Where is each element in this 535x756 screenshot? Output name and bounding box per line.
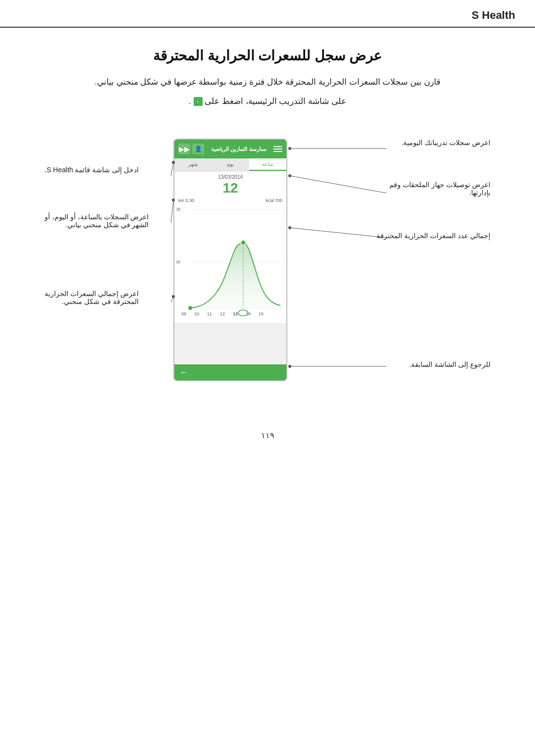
tab-month[interactable]: شهر [174, 158, 212, 171]
stat-left: 700 kcal [266, 198, 282, 203]
svg-text:12: 12 [220, 311, 225, 316]
annotation-shealth-list: ادخل إلى شاشة قائمة S Health. [45, 166, 139, 174]
page-title: عرض سجل للسعرات الحرارية المحترقة [30, 48, 505, 64]
svg-point-21 [288, 226, 291, 229]
phone-icon-forward[interactable]: ▶▶ [178, 144, 190, 154]
annotation-total-calories: إجمالي عدد السعرات الحرارية المحترقة [376, 232, 490, 240]
svg-point-23 [288, 365, 291, 368]
tab-day[interactable]: يوم [212, 158, 249, 171]
svg-text:700: 700 [176, 207, 180, 212]
description-line2: على شاشة التدريب الرئيسية، اضغط على ↑ . [30, 94, 505, 109]
diagram-area: ممارسة التمارين الرياضية 👤 ▶▶ ساعة يوم ش… [30, 124, 505, 411]
stat-left-label: kcal [266, 198, 273, 203]
annotation-back: للرجوع إلى الشاشة السابقة. [409, 360, 490, 368]
svg-text:13: 13 [233, 311, 238, 316]
forward-icon: ▶▶ [179, 145, 190, 153]
phone-icon-person[interactable]: 👤 [192, 144, 204, 154]
svg-line-18 [290, 176, 386, 193]
phone-header: ممارسة التمارين الرياضية 👤 ▶▶ [174, 140, 286, 158]
phone-bottom: ← [174, 364, 286, 380]
page-number: ١١٩ [30, 431, 505, 440]
svg-text:11: 11 [207, 311, 212, 316]
chart-value: 12 [178, 181, 282, 196]
header: S Health [0, 0, 535, 28]
phone-header-icons: 👤 ▶▶ [178, 144, 204, 154]
chart-date: 13/03/2014 [178, 174, 282, 180]
annotation-tabs-records: اعرض السجلات بالساعة، أو اليوم، أو الشهر… [45, 213, 149, 229]
description-line1: قارن بين سجلات السعرات الحرارية المحترقة… [30, 75, 505, 90]
chart-svg: 700 350 [176, 204, 282, 318]
arrow-icon: ↑ [194, 97, 203, 106]
svg-text:15: 15 [259, 311, 264, 316]
phone-chart-area: 13/03/2014 12 700 kcal 5.30 km 700 350 [174, 171, 286, 323]
annotation-calories-chart: اعرض إجمالي السعرات الحرارية المحترقة في… [45, 290, 139, 305]
phone-header-title: ممارسة التمارين الرياضية [211, 146, 266, 152]
phone-mockup: ممارسة التمارين الرياضية 👤 ▶▶ ساعة يوم ش… [173, 139, 287, 381]
svg-line-20 [290, 228, 386, 238]
svg-text:09: 09 [181, 311, 186, 316]
chart-stats: 700 kcal 5.30 km [178, 198, 282, 203]
svg-text:350: 350 [176, 259, 180, 264]
main-content: عرض سجل للسعرات الحرارية المحترقة قارن ب… [0, 28, 535, 460]
annotation-daily-training: اعرض سجلات تدريباتك اليومية. [401, 139, 490, 147]
menu-icon[interactable] [273, 145, 282, 153]
svg-point-17 [288, 147, 291, 150]
chart-svg-container: 700 350 [178, 204, 282, 320]
phone-tabs: ساعة يوم شهر [174, 158, 286, 171]
tab-hour[interactable]: ساعة [249, 158, 286, 171]
svg-text:10: 10 [194, 311, 199, 316]
annotation-accessories: اعرض توصيلات جهاز الملحقات وقم بإدارتها. [389, 181, 490, 197]
person-icon: 👤 [195, 146, 202, 152]
back-arrow-icon[interactable]: ← [179, 367, 188, 378]
stat-right: 5.30 km [178, 198, 194, 203]
app-title: S Health [472, 9, 515, 22]
svg-point-19 [288, 174, 291, 177]
